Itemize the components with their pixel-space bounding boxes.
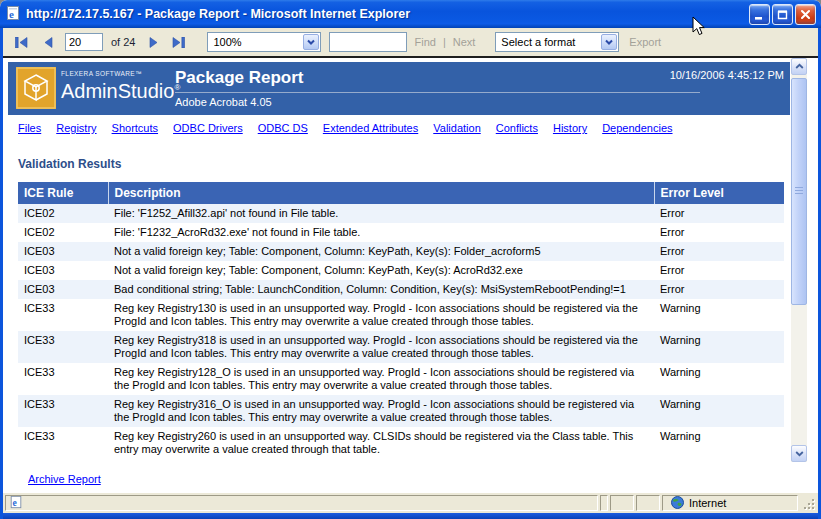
window-bottom-frame: [3, 513, 818, 519]
last-page-button[interactable]: [172, 37, 185, 48]
section-title: Validation Results: [18, 157, 121, 171]
description-cell: Bad conditional string; Table: LaunchCon…: [108, 280, 654, 299]
next-page-button[interactable]: [149, 37, 158, 48]
page-number-input[interactable]: [65, 33, 103, 51]
nav-link-extended-attributes[interactable]: Extended Attributes: [323, 122, 418, 134]
nav-link-dependencies[interactable]: Dependencies: [602, 122, 672, 134]
description-cell: Reg key Registry316_O is used in an unsu…: [108, 395, 654, 427]
scroll-up-button[interactable]: [791, 58, 807, 75]
error-level-cell: Warning: [654, 395, 784, 427]
brand-adminstudio-label: AdminStudio: [61, 80, 174, 102]
validation-results-table: ICE RuleDescriptionError Level ICE02File…: [18, 182, 784, 459]
error-level-cell: Error: [654, 204, 784, 223]
find-next-button[interactable]: Next: [453, 36, 476, 48]
package-name: Adobe Acrobat 4.05: [175, 96, 720, 108]
status-zone-pane: Internet: [662, 495, 798, 511]
report-nav: FilesRegistryShortcutsODBC DriversODBC D…: [18, 122, 673, 134]
chevron-down-icon[interactable]: [303, 34, 319, 50]
description-cell: Not a valid foreign key; Table: Componen…: [108, 242, 654, 261]
find-next-separator: |: [443, 36, 446, 48]
report-toolbar: of 24 100% Find | Next Select a format: [3, 28, 818, 58]
column-header: Description: [108, 182, 654, 204]
status-pane: [636, 495, 660, 511]
export-button[interactable]: Export: [629, 36, 661, 48]
maximize-button[interactable]: [772, 4, 793, 25]
status-zone-label: Internet: [689, 497, 726, 509]
internet-globe-icon: [671, 496, 684, 511]
page-title: Package Report: [175, 68, 720, 88]
scroll-down-button[interactable]: [791, 445, 807, 462]
status-main-pane: e: [5, 495, 598, 511]
ice-rule-cell: ICE02: [18, 223, 108, 242]
zoom-select[interactable]: 100%: [207, 32, 321, 52]
error-level-cell: Error: [654, 242, 784, 261]
ice-rule-cell: ICE33: [18, 299, 108, 331]
status-pane: [610, 495, 634, 511]
report-header-band: FLEXERA SOFTWARE™ AdminStudio® Package R…: [8, 62, 790, 115]
ice-rule-cell: ICE03: [18, 261, 108, 280]
report-datetime: 10/16/2006 4:45:12 PM: [670, 69, 784, 81]
description-cell: Reg key Registry130 is used in an unsupp…: [108, 299, 654, 331]
table-row: ICE02File: 'F1232_AcroRd32.exe' not foun…: [18, 223, 784, 242]
report-scrollbar[interactable]: [791, 58, 807, 462]
nav-link-shortcuts[interactable]: Shortcuts: [112, 122, 158, 134]
ice-rule-cell: ICE33: [18, 363, 108, 395]
find-button[interactable]: Find: [414, 36, 435, 48]
table-row: ICE33Reg key Registry260 is used in an u…: [18, 427, 784, 459]
table-row: ICE03Bad conditional string; Table: Laun…: [18, 280, 784, 299]
nav-link-validation[interactable]: Validation: [433, 122, 481, 134]
header-divider: [175, 92, 700, 93]
minimize-button[interactable]: [749, 4, 770, 25]
column-header: Error Level: [654, 182, 784, 204]
title-bar[interactable]: e http://172.17.5.167 - Package Report -…: [0, 0, 821, 28]
report-title-block: Package Report Adobe Acrobat 4.05: [175, 68, 720, 108]
status-bar: e Internet: [3, 493, 818, 513]
error-level-cell: Warning: [654, 363, 784, 395]
description-cell: Reg key Registry318 is used in an unsupp…: [108, 331, 654, 363]
description-cell: Reg key Registry260 is used in an unsupp…: [108, 427, 654, 459]
scrollbar-thumb[interactable]: [791, 78, 807, 305]
report-page: FLEXERA SOFTWARE™ AdminStudio® Package R…: [3, 58, 818, 493]
window-title: http://172.17.5.167 - Package Report - M…: [26, 7, 747, 21]
description-cell: Not a valid foreign key; Table: Componen…: [108, 261, 654, 280]
table-row: ICE03Not a valid foreign key; Table: Com…: [18, 242, 784, 261]
table-row: ICE33Reg key Registry316_O is used in an…: [18, 395, 784, 427]
close-button[interactable]: [795, 4, 816, 25]
nav-link-conflicts[interactable]: Conflicts: [496, 122, 538, 134]
archive-report-link[interactable]: Archive Report: [28, 473, 101, 485]
ice-rule-cell: ICE03: [18, 280, 108, 299]
adminstudio-logo-icon: [16, 67, 56, 109]
ice-rule-cell: ICE33: [18, 395, 108, 427]
description-cell: Reg key Registry128_O is used in an unsu…: [108, 363, 654, 395]
find-text-input[interactable]: [329, 32, 407, 52]
ice-rule-cell: ICE33: [18, 427, 108, 459]
export-format-value: Select a format: [496, 36, 600, 48]
scrollbar-track[interactable]: [791, 75, 807, 445]
nav-link-files[interactable]: Files: [18, 122, 41, 134]
table-row: ICE02File: 'F1252_Afill32.api' not found…: [18, 204, 784, 223]
error-level-cell: Warning: [654, 331, 784, 363]
export-format-select[interactable]: Select a format: [495, 32, 619, 52]
column-header: ICE Rule: [18, 182, 108, 204]
nav-link-odbc-drivers[interactable]: ODBC Drivers: [173, 122, 243, 134]
brand-block: FLEXERA SOFTWARE™ AdminStudio®: [61, 71, 180, 101]
first-page-button[interactable]: [15, 37, 28, 48]
ice-rule-cell: ICE02: [18, 204, 108, 223]
status-pane: [600, 495, 608, 511]
error-level-cell: Error: [654, 280, 784, 299]
error-level-cell: Warning: [654, 299, 784, 331]
ie-page-icon: e: [5, 5, 21, 23]
ice-rule-cell: ICE03: [18, 242, 108, 261]
table-row: ICE33Reg key Registry130 is used in an u…: [18, 299, 784, 331]
nav-link-history[interactable]: History: [553, 122, 587, 134]
resize-grip[interactable]: [800, 495, 816, 511]
zoom-value: 100%: [208, 36, 302, 48]
table-row: ICE33Reg key Registry128_O is used in an…: [18, 363, 784, 395]
nav-link-registry[interactable]: Registry: [56, 122, 96, 134]
nav-link-odbc-ds[interactable]: ODBC DS: [258, 122, 308, 134]
error-level-cell: Error: [654, 223, 784, 242]
ice-rule-cell: ICE33: [18, 331, 108, 363]
chevron-down-icon[interactable]: [601, 34, 617, 50]
error-level-cell: Error: [654, 261, 784, 280]
previous-page-button[interactable]: [44, 37, 53, 48]
